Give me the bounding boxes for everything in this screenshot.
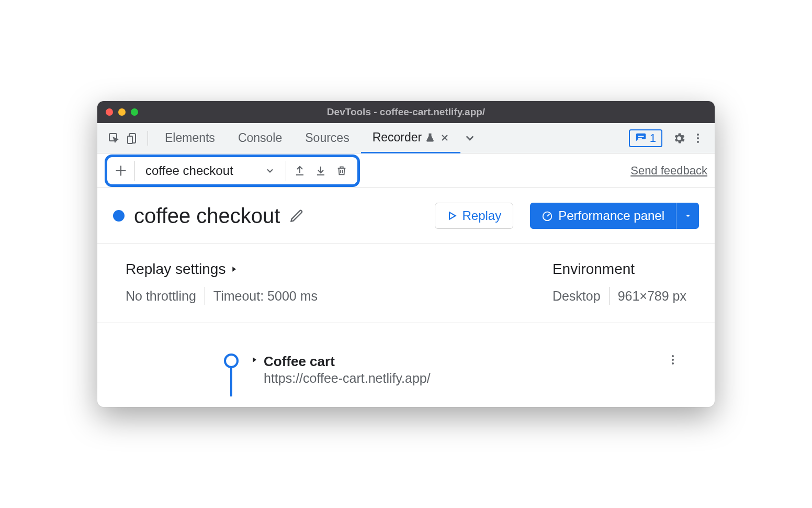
svg-point-5	[697, 134, 699, 136]
throttling-value: No throttling	[126, 289, 196, 304]
window-title: DevTools - coffee-cart.netlify.app/	[327, 106, 485, 118]
recording-title: coffee checkout	[134, 204, 280, 228]
export-button[interactable]	[289, 160, 310, 181]
recording-controls-highlight: coffee checkout	[105, 154, 360, 187]
divider	[148, 131, 148, 146]
timeout-value: Timeout: 5000 ms	[213, 289, 318, 304]
performance-panel-dropdown[interactable]	[676, 203, 699, 229]
step-content[interactable]: Coffee cart https://coffee-cart.netlify.…	[250, 354, 431, 396]
close-tab-icon[interactable]	[441, 134, 449, 142]
add-recording-button[interactable]	[110, 160, 131, 181]
environment-heading: Environment	[552, 261, 686, 278]
tab-recorder-label: Recorder	[373, 130, 422, 145]
play-icon	[447, 211, 457, 221]
tab-elements[interactable]: Elements	[153, 123, 227, 153]
step-title: Coffee cart	[264, 354, 431, 370]
triangle-right-icon	[250, 356, 258, 364]
tab-console[interactable]: Console	[227, 123, 294, 153]
replay-label: Replay	[463, 208, 502, 223]
issues-count: 1	[650, 131, 656, 145]
gauge-icon	[542, 210, 553, 222]
maximize-window-button[interactable]	[131, 108, 138, 116]
step-url: https://coffee-cart.netlify.app/	[264, 371, 431, 386]
more-tabs-icon[interactable]	[460, 129, 479, 148]
tab-recorder[interactable]: Recorder	[361, 124, 461, 153]
svg-rect-2	[128, 136, 132, 143]
divider	[286, 161, 286, 181]
svg-rect-4	[638, 138, 641, 139]
environment-settings: Environment Desktop 961×789 px	[552, 261, 686, 305]
environment-values: Desktop 961×789 px	[552, 287, 686, 305]
replay-settings: Replay settings No throttling Timeout: 5…	[126, 261, 318, 305]
titlebar: DevTools - coffee-cart.netlify.app/	[97, 101, 715, 123]
minimize-window-button[interactable]	[118, 108, 126, 116]
settings-row: Replay settings No throttling Timeout: 5…	[97, 244, 715, 323]
send-feedback-link[interactable]: Send feedback	[630, 164, 707, 178]
tab-bar: Elements Console Sources Recorder 1	[97, 123, 715, 153]
replay-settings-values: No throttling Timeout: 5000 ms	[126, 287, 318, 305]
step-marker	[224, 354, 239, 396]
svg-point-11	[672, 362, 674, 365]
settings-gear-icon[interactable]	[670, 129, 689, 148]
step-menu-button[interactable]	[667, 354, 679, 366]
devtools-window: DevTools - coffee-cart.netlify.app/ Elem…	[97, 101, 715, 407]
status-dot-icon	[113, 210, 125, 222]
viewport-value: 961×789 px	[618, 289, 686, 304]
divider	[205, 287, 205, 305]
step-row: Coffee cart https://coffee-cart.netlify.…	[126, 354, 686, 396]
more-menu-icon[interactable]	[689, 129, 707, 148]
svg-point-7	[697, 141, 699, 143]
svg-point-10	[672, 359, 674, 361]
device-toggle-icon[interactable]	[123, 129, 142, 148]
recorder-toolbar: coffee checkout Send feedback	[97, 153, 715, 188]
performance-panel-button[interactable]: Performance panel	[530, 203, 676, 229]
close-window-button[interactable]	[106, 108, 113, 116]
performance-panel-label: Performance panel	[558, 208, 664, 223]
divider	[609, 287, 610, 305]
recording-header: coffee checkout Replay Performance panel	[97, 188, 715, 244]
step-line	[230, 368, 232, 396]
divider	[134, 161, 135, 181]
tab-sources[interactable]: Sources	[294, 123, 360, 153]
flask-icon	[425, 132, 435, 143]
inspect-element-icon[interactable]	[105, 129, 123, 148]
delete-button[interactable]	[331, 160, 352, 181]
step-circle-icon	[224, 354, 239, 368]
chat-icon	[635, 132, 647, 144]
steps-area: Coffee cart https://coffee-cart.netlify.…	[97, 323, 715, 407]
recording-dropdown[interactable]: coffee checkout	[138, 160, 283, 181]
issues-badge[interactable]: 1	[629, 129, 662, 147]
device-value: Desktop	[552, 289, 601, 304]
svg-rect-3	[638, 136, 644, 137]
replay-settings-heading: Replay settings	[126, 261, 225, 278]
svg-point-9	[672, 355, 674, 357]
traffic-lights	[106, 108, 138, 116]
import-button[interactable]	[310, 160, 331, 181]
performance-panel-group: Performance panel	[530, 203, 699, 229]
replay-button[interactable]: Replay	[435, 203, 514, 229]
step-text: Coffee cart https://coffee-cart.netlify.…	[264, 354, 431, 386]
edit-title-button[interactable]	[289, 208, 304, 223]
triangle-right-icon	[230, 265, 238, 273]
chevron-down-icon	[265, 165, 275, 176]
recording-dropdown-label: coffee checkout	[145, 163, 233, 178]
replay-settings-toggle[interactable]: Replay settings	[126, 261, 318, 278]
svg-point-6	[697, 137, 699, 139]
